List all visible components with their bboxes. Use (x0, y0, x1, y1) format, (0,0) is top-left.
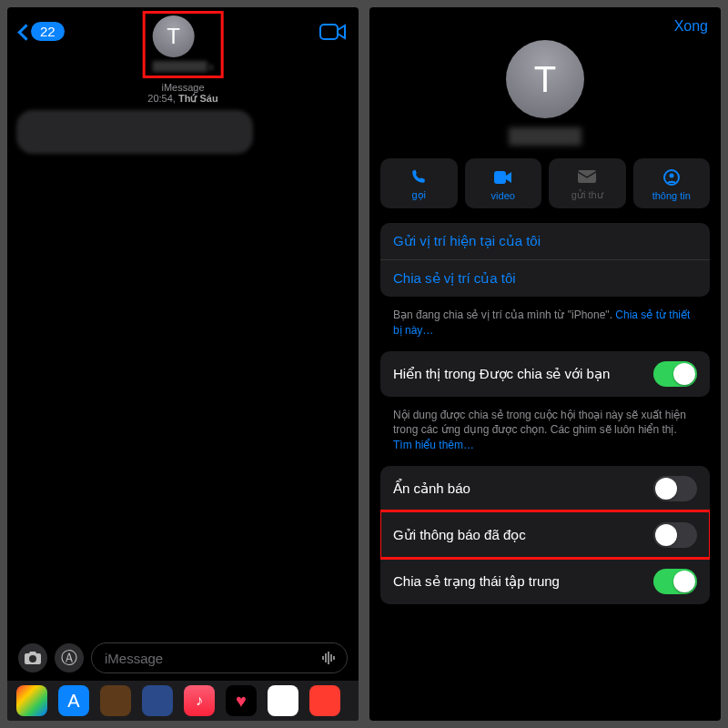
svg-rect-5 (333, 656, 335, 660)
hide-alerts-toggle[interactable] (653, 476, 697, 501)
share-location-button[interactable]: Chia sẻ vị trí của tôi (380, 259, 710, 297)
hide-alerts-label: Ẩn cảnh báo (393, 480, 470, 497)
call-button[interactable]: gọi (380, 158, 458, 208)
more-app-icon[interactable] (309, 685, 340, 716)
message-input[interactable]: iMessage (91, 642, 348, 673)
hide-alerts-row: Ẩn cảnh báo (380, 466, 710, 511)
mail-button: gửi thư (549, 158, 626, 208)
message-input-bar: Ⓐ iMessage (7, 635, 359, 681)
show-in-shared-row: Hiển thị trong Được chia sẻ với bạn (380, 351, 710, 397)
svg-rect-2 (325, 653, 327, 662)
avatar: T (153, 15, 195, 57)
detail-content[interactable]: T gọi video gửi thư thông tin Gửi vị trí (369, 40, 721, 721)
focus-status-label: Chia sẻ trạng thái tập trung (393, 573, 560, 590)
avatar: T (506, 40, 584, 118)
show-in-shared-label: Hiển thị trong Được chia sẻ với bạn (393, 366, 610, 382)
person-icon (663, 168, 680, 187)
detail-header: Xong (369, 7, 721, 40)
messages-conversation-screen: 22 T iMessage 20:54, Thứ Sáu (7, 7, 359, 721)
svg-rect-3 (328, 652, 329, 664)
message-bubble[interactable] (16, 110, 253, 154)
conversation-body[interactable]: iMessage 20:54, Thứ Sáu (7, 71, 359, 635)
learn-more-link[interactable]: Tìm hiểu thêm… (393, 439, 474, 451)
conversation-header: 22 T (7, 7, 359, 71)
video-icon (494, 168, 512, 187)
imessage-app-drawer[interactable]: A ♪ ♥ (7, 681, 359, 721)
facetime-button[interactable] (318, 22, 348, 46)
svg-rect-7 (578, 170, 596, 183)
svg-point-9 (669, 173, 673, 177)
contact-name (509, 127, 581, 146)
appstore-app-icon[interactable]: A (58, 685, 89, 716)
send-current-location-button[interactable]: Gửi vị trí hiện tại của tôi (380, 223, 710, 259)
location-footnote: Bạn đang chia sẻ vị trí của mình từ "iPh… (380, 304, 710, 351)
app-store-button[interactable]: Ⓐ (55, 643, 84, 672)
info-button[interactable]: thông tin (633, 158, 711, 208)
unread-badge: 22 (31, 22, 65, 41)
location-group: Gửi vị trí hiện tại của tôi Chia sẻ vị t… (380, 223, 710, 297)
focus-status-toggle[interactable] (653, 569, 697, 594)
read-receipts-label: Gửi thông báo đã đọc (393, 527, 526, 543)
music-app-icon[interactable]: ♪ (184, 685, 215, 716)
chevron-right-icon (209, 59, 214, 74)
fitness-app-icon[interactable]: ♥ (226, 685, 257, 716)
show-in-shared-toggle[interactable] (653, 361, 697, 387)
photos-app-icon[interactable] (16, 685, 47, 716)
message-timestamp: iMessage 20:54, Thứ Sáu (16, 82, 349, 105)
svg-rect-0 (320, 25, 338, 39)
focus-status-row: Chia sẻ trạng thái tập trung (380, 558, 710, 604)
waveform-icon (320, 649, 339, 667)
back-button[interactable]: 22 (18, 22, 65, 41)
memoji2-app-icon[interactable] (142, 685, 173, 716)
video-icon (318, 22, 348, 42)
dictation-button[interactable] (318, 646, 341, 670)
svg-rect-4 (330, 654, 332, 662)
contact-actions: gọi video gửi thư thông tin (380, 158, 710, 208)
phone-icon (410, 167, 427, 186)
alerts-group: Ẩn cảnh báo Gửi thông báo đã đọc Chia sẻ… (380, 466, 710, 604)
contact-name-row (153, 59, 214, 74)
contact-header-button[interactable]: T (143, 11, 224, 78)
input-placeholder: iMessage (105, 651, 163, 666)
video-button[interactable]: video (465, 158, 542, 208)
read-receipts-row: Gửi thông báo đã đọc (380, 511, 710, 558)
mail-icon (578, 167, 596, 186)
highlight-box: T (143, 11, 224, 78)
contact-detail-screen: Xong T gọi video gửi thư thông tin (369, 7, 721, 721)
svg-rect-6 (494, 171, 506, 184)
shared-with-you-group: Hiển thị trong Được chia sẻ với bạn (380, 351, 710, 397)
memoji-app-icon[interactable] (100, 685, 131, 716)
done-button[interactable]: Xong (674, 18, 708, 35)
read-receipts-toggle[interactable] (653, 522, 697, 548)
svg-rect-1 (322, 656, 324, 660)
chevron-left-icon (18, 23, 29, 41)
camera-icon (25, 651, 41, 665)
contact-avatar-section: T (380, 40, 710, 146)
maps-app-icon[interactable] (268, 685, 298, 716)
camera-button[interactable] (18, 643, 47, 672)
appstore-icon: Ⓐ (61, 647, 77, 669)
shared-footnote: Nội dung được chia sẻ trong cuộc hội tho… (380, 404, 710, 466)
